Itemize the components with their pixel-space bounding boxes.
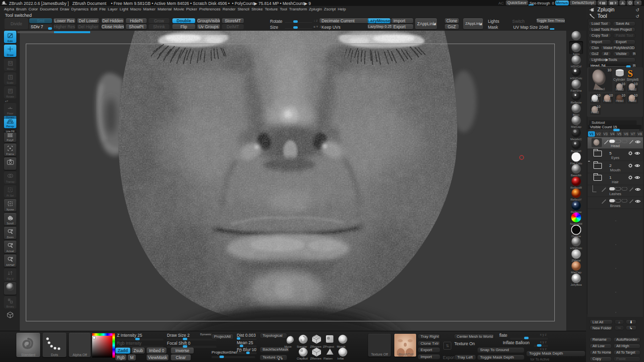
svg-text:R: R	[9, 89, 11, 93]
svg-text:M: M	[9, 61, 12, 65]
svg-text:S: S	[9, 75, 12, 79]
